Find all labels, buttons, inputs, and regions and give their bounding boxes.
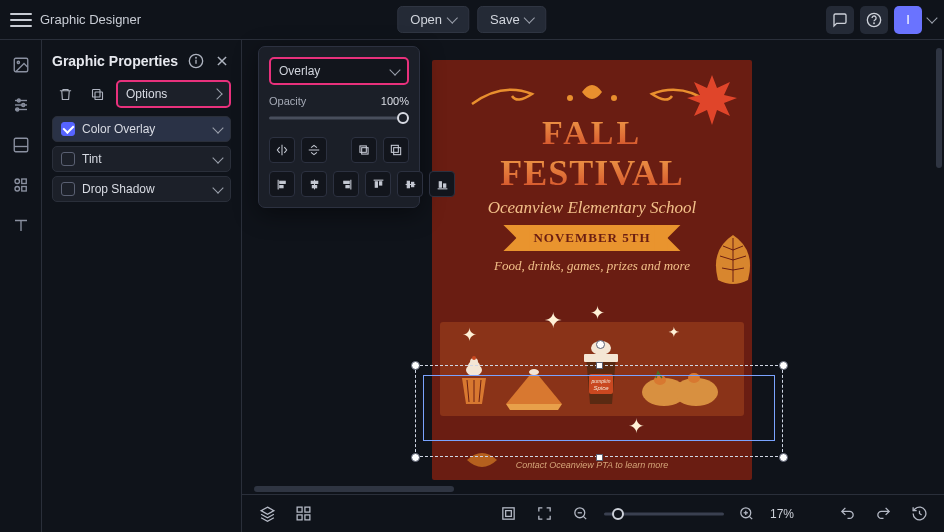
info-icon[interactable] — [187, 52, 205, 70]
svg-rect-44 — [391, 145, 398, 152]
svg-line-71 — [584, 516, 587, 519]
svg-rect-34 — [584, 354, 618, 362]
align-center-v-icon[interactable] — [397, 171, 423, 197]
comment-icon[interactable] — [826, 6, 854, 34]
svg-rect-50 — [311, 181, 318, 183]
prop-tint[interactable]: Tint — [52, 146, 231, 172]
account-chevron-icon[interactable] — [926, 12, 937, 23]
zoom-in-icon[interactable] — [734, 501, 760, 527]
checkbox-icon[interactable] — [61, 182, 75, 196]
resize-handle[interactable] — [411, 361, 420, 370]
options-dropdown[interactable]: Options — [116, 80, 231, 108]
prop-color-overlay[interactable]: Color Overlay — [52, 116, 231, 142]
fit-icon[interactable] — [496, 501, 522, 527]
svg-rect-62 — [439, 181, 441, 186]
prop-drop-shadow[interactable]: Drop Shadow — [52, 176, 231, 202]
svg-rect-54 — [345, 185, 348, 187]
resize-handle[interactable] — [779, 453, 788, 462]
svg-point-24 — [611, 95, 617, 101]
svg-point-23 — [567, 95, 573, 101]
svg-rect-10 — [14, 138, 28, 152]
rotate-handle[interactable] — [596, 340, 605, 349]
svg-rect-45 — [394, 148, 401, 155]
layout-icon[interactable] — [10, 134, 32, 156]
sparkle-icon: ✦ — [668, 324, 680, 340]
sparkle-icon: ✦ — [590, 302, 605, 324]
delete-icon[interactable] — [52, 81, 78, 107]
history-icon[interactable] — [906, 501, 932, 527]
svg-rect-56 — [375, 181, 377, 186]
overlay-panel: Overlay Opacity100% — [258, 46, 420, 208]
leaf-icon — [708, 230, 752, 290]
svg-rect-47 — [279, 181, 284, 183]
svg-rect-65 — [304, 507, 309, 512]
redo-icon[interactable] — [870, 501, 896, 527]
zoom-out-icon[interactable] — [568, 501, 594, 527]
svg-rect-13 — [21, 179, 26, 184]
zoom-slider[interactable] — [604, 507, 724, 521]
align-bottom-icon[interactable] — [429, 171, 455, 197]
svg-rect-60 — [411, 182, 413, 186]
left-rail — [0, 40, 42, 532]
svg-rect-48 — [279, 185, 282, 187]
flip-v-icon[interactable] — [301, 137, 327, 163]
poster-tagline: Food, drinks, games, prizes and more — [432, 258, 752, 274]
svg-rect-63 — [443, 183, 445, 186]
svg-rect-22 — [92, 89, 100, 97]
svg-point-14 — [15, 187, 20, 192]
align-left-icon[interactable] — [269, 171, 295, 197]
svg-point-3 — [17, 61, 19, 63]
mask-icon[interactable] — [383, 137, 409, 163]
poster-title-2: FESTIVAL — [432, 152, 752, 194]
align-top-icon[interactable] — [365, 171, 391, 197]
grid-icon[interactable] — [290, 501, 316, 527]
flip-h-icon[interactable] — [269, 137, 295, 163]
help-icon[interactable] — [860, 6, 888, 34]
text-icon[interactable] — [10, 214, 32, 236]
avatar[interactable]: I — [894, 6, 922, 34]
svg-rect-15 — [21, 187, 26, 192]
svg-rect-59 — [407, 181, 409, 188]
align-center-h-icon[interactable] — [301, 171, 327, 197]
align-right-icon[interactable] — [333, 171, 359, 197]
menu-icon[interactable] — [10, 9, 32, 31]
opacity-label: Opacity — [269, 95, 306, 107]
close-icon[interactable] — [213, 52, 231, 70]
scrollbar-horizontal[interactable] — [242, 484, 934, 494]
svg-rect-43 — [360, 146, 366, 152]
properties-panel: Graphic Properties Options Color Overlay… — [42, 40, 242, 532]
opacity-slider[interactable] — [269, 111, 409, 125]
svg-rect-57 — [379, 181, 381, 184]
svg-rect-21 — [95, 92, 103, 100]
resize-handle[interactable] — [596, 362, 603, 369]
sparkle-icon: ✦ — [544, 308, 562, 334]
checkbox-icon[interactable] — [61, 152, 75, 166]
fullscreen-icon[interactable] — [532, 501, 558, 527]
zoom-value: 17% — [770, 507, 794, 521]
svg-rect-53 — [343, 181, 348, 183]
selection-inner[interactable] — [423, 375, 775, 441]
image-icon[interactable] — [10, 54, 32, 76]
scrollbar-vertical[interactable] — [934, 40, 944, 494]
open-button[interactable]: Open — [397, 6, 469, 33]
resize-handle[interactable] — [411, 453, 420, 462]
blend-mode-select[interactable]: Overlay — [269, 57, 409, 85]
opacity-value: 100% — [381, 95, 409, 107]
adjust-icon[interactable] — [10, 94, 32, 116]
layers-icon[interactable] — [254, 501, 280, 527]
sparkle-icon: ✦ — [462, 324, 477, 346]
poster-subtitle: Oceanview Elementary School — [432, 198, 752, 218]
panel-title: Graphic Properties — [52, 53, 179, 69]
duplicate-icon[interactable] — [84, 81, 110, 107]
svg-point-12 — [15, 179, 20, 184]
undo-icon[interactable] — [834, 501, 860, 527]
shapes-icon[interactable] — [10, 174, 32, 196]
svg-rect-68 — [503, 508, 514, 519]
bottom-bar: 17% — [242, 494, 944, 532]
resize-handle[interactable] — [779, 361, 788, 370]
copy-icon[interactable] — [351, 137, 377, 163]
checkbox-checked-icon[interactable] — [61, 122, 75, 136]
resize-handle[interactable] — [596, 454, 603, 461]
svg-point-1 — [874, 23, 875, 24]
save-button[interactable]: Save — [477, 6, 547, 33]
